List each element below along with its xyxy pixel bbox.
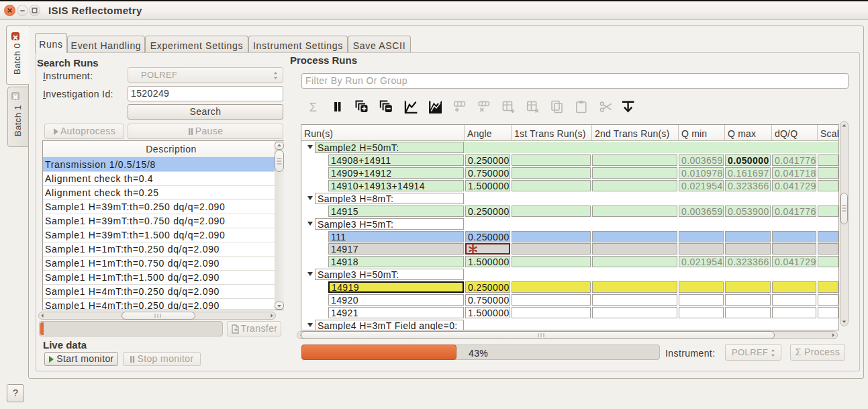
svg-text:Σ: Σ xyxy=(309,101,318,114)
